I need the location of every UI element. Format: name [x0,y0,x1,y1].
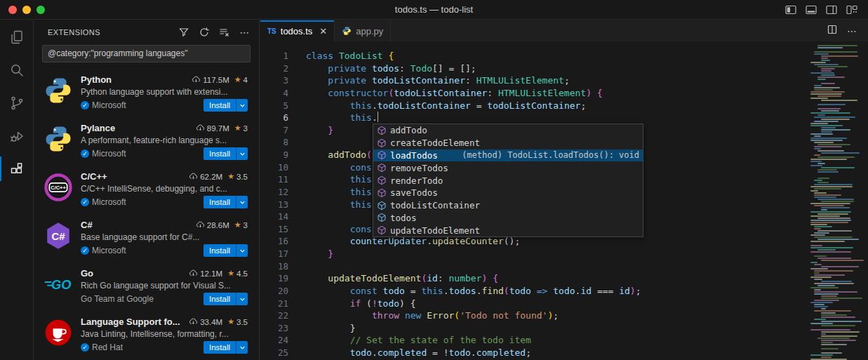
minimap[interactable] [806,41,868,360]
line-number: 15 [260,223,288,236]
extensions-list: Python117.5M★4Python language support wi… [34,67,259,360]
clear-extension-search-icon[interactable] [218,25,232,39]
line-number: 4 [260,87,288,100]
activity-item-explorer[interactable] [0,20,33,53]
close-tab-icon[interactable]: ✕ [319,26,327,36]
activity-item-search[interactable] [0,53,33,86]
install-dropdown-icon[interactable] [236,341,248,354]
filter-icon[interactable] [177,25,191,39]
install-button[interactable]: Install [203,147,248,160]
activity-item-extensions[interactable] [0,152,33,185]
install-button[interactable]: Install [203,99,248,112]
publisher-name: Go Team at Google [81,294,154,304]
install-dropdown-icon[interactable] [236,147,248,160]
code-line: 23 } [260,322,805,335]
line-number: 6 [260,112,288,124]
csharp-logo-icon: C# [44,221,73,251]
suggest-item-addTodo[interactable]: addTodo [373,124,643,137]
cpp-logo-icon: C/C++ [44,173,73,202]
symbol-method-icon [376,175,387,186]
extension-row[interactable]: Language Support fo...33.4M★3.5Java Lint… [34,309,259,358]
extension-row[interactable]: Python117.5M★4Python language support wi… [34,67,259,116]
toggle-secondary-sidebar-icon[interactable] [825,4,838,16]
suggest-item-removeTodos[interactable]: removeTodos [373,161,643,174]
suggest-label: loadTodos [390,150,438,161]
line-number: 7 [260,124,288,137]
split-editor-icon[interactable] [827,24,838,38]
more-actions-icon[interactable]: ⋯ [238,25,252,39]
line-number: 20 [260,285,288,298]
customize-layout-icon[interactable] [846,4,858,16]
tab-todos-ts[interactable]: TS todos.ts ✕ [260,20,335,41]
install-dropdown-icon[interactable] [236,293,248,305]
install-dropdown-icon[interactable] [236,99,248,112]
extension-description: Python language support with extensi... [81,87,248,97]
rating-value: 3.5 [236,173,248,181]
extensions-search-input[interactable]: @category:"programming languages" [42,45,251,62]
extension-description: C/C++ IntelliSense, debugging, and c... [81,184,248,194]
suggest-label: todos [390,213,417,223]
suggest-item-loadTodos[interactable]: loadTodos(method) TodoList.loadTodos(): … [373,149,643,162]
install-button[interactable]: Install [203,196,248,208]
code-line: 17 } [260,248,805,260]
line-number: 21 [260,298,288,310]
code-line: 2 private todos: Todo[] = []; [260,62,805,75]
toggle-primary-sidebar-icon[interactable] [784,4,797,16]
toggle-panel-icon[interactable] [805,4,817,16]
suggest-label: renderTodo [390,175,443,186]
activity-item-source-control[interactable] [0,86,33,119]
symbol-method-icon [376,138,387,149]
install-dropdown-icon[interactable] [236,196,248,208]
editor-more-actions-icon[interactable]: ⋯ [847,25,857,36]
symbol-method-icon [376,187,387,199]
extensions-icon [8,161,25,178]
extension-name: Language Support fo... [81,316,180,327]
install-button[interactable]: Install [203,293,248,305]
extension-row[interactable]: GOGo12.1M★4.5Rich Go language support fo… [34,261,259,309]
star-icon: ★ [234,220,241,229]
extension-row[interactable]: Pylance89.7M★3A performant, feature-rich… [34,116,259,164]
extension-name: C# [81,220,93,230]
suggest-item-todos[interactable]: todos [373,212,643,225]
publisher-name: Microsoft [92,197,126,207]
code-line: 20 const todo = this.todos.find(todo => … [260,285,805,298]
sidebar-title: EXTENSIONS [48,28,100,36]
suggest-item-renderTodo[interactable]: renderTodo [373,174,643,187]
code-line: 25 todo.completed = !todo.completed; [260,347,805,359]
install-dropdown-icon[interactable] [236,244,248,257]
line-number: 12 [260,186,288,199]
download-count-icon [196,124,205,133]
suggest-item-saveTodos[interactable]: saveTodos [373,187,643,199]
python-file-icon [342,26,352,36]
line-number: 19 [260,272,288,285]
extension-name: Go [81,268,93,279]
symbol-field-icon [376,200,387,211]
download-count-icon [196,220,205,229]
activity-item-run-debug[interactable] [0,119,33,152]
source-control-icon [8,95,25,112]
symbol-field-icon [376,212,387,223]
code-line: 19 updateTodoElement(id: number) { [260,272,805,285]
extension-row[interactable]: C/C++C/C++62.2M★3.5C/C++ IntelliSense, d… [34,164,259,213]
tab-app-py[interactable]: app.py [335,20,391,41]
line-number: 2 [260,62,288,75]
symbol-method-icon [376,149,387,161]
line-number: 22 [260,309,288,322]
extension-description: Java Linting, Intellisense, formatting, … [81,329,248,339]
refresh-icon[interactable] [197,25,211,39]
extensions-sidebar: EXTENSIONS ⋯ @category:"programming lang… [34,20,260,360]
line-number: 5 [260,100,288,112]
svg-text:GO: GO [51,277,72,292]
suggest-item-todoListContainer[interactable]: todoListContainer [373,199,643,212]
python-logo-icon [44,76,73,105]
symbol-method-icon [376,162,387,173]
code-line: 4 constructor(todoListContainer: HTMLULi… [260,87,805,100]
code-line: 3 private todoListContainer: HTMLUListEl… [260,74,805,87]
extension-row[interactable]: C#C#28.6M★3Base language support for C#.… [34,213,259,261]
line-number: 8 [260,136,288,149]
install-button[interactable]: Install [203,244,248,257]
suggest-item-createTodoElement[interactable]: createTodoElement [373,137,643,149]
install-button[interactable]: Install [203,341,248,354]
titlebar: todos.ts — todo-list [0,0,868,20]
suggest-item-updateTodoElement[interactable]: updateTodoElement [373,224,643,236]
